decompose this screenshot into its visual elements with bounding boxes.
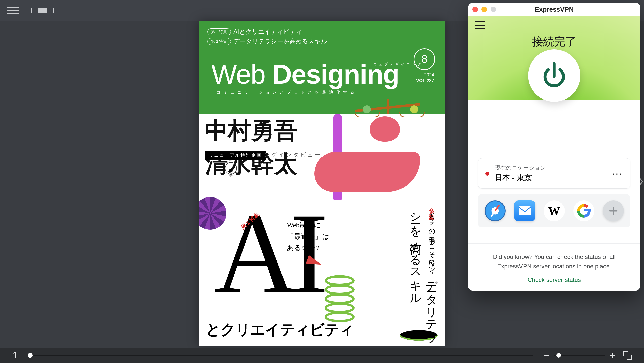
best-answer-l2: 「最適解」は	[287, 231, 329, 242]
vpn-tip: Did you know? You can check the status o…	[468, 243, 640, 291]
shortcut-wikipedia[interactable]: W	[544, 200, 565, 221]
masthead-subtitle: コミュニケーションとプロセスを最適化する	[216, 90, 357, 95]
feature2-vertical: 第２特集 Webの現場でこそ役に立つ データリテラシーを 高めるスキル	[407, 205, 440, 346]
issue-meta: 2024 VOL.227	[416, 72, 434, 84]
feature1-line: 第１特集 AIとクリエイティビティ	[207, 28, 302, 36]
feature2-sub-vertical: Webの現場でこそ役に立つ	[428, 213, 435, 270]
page-layout-toggle[interactable]	[31, 8, 54, 13]
reader-bottombar: 1 − +	[0, 348, 644, 363]
spring-illustration	[325, 275, 355, 341]
location-label: 現在のロケーション	[495, 164, 546, 172]
vpn-status: 接続完了	[468, 34, 640, 49]
location-value: 日本 - 東京	[495, 173, 546, 183]
feature2-tag: 第２特集	[207, 38, 231, 45]
tip-text: Did you know? You can check the status o…	[478, 252, 630, 271]
svg-rect-0	[519, 206, 531, 215]
current-page-number: 1	[8, 350, 23, 361]
plus-icon	[608, 205, 619, 216]
issue-volume: VOL.227	[416, 78, 434, 84]
interviewer-label: 聞き手	[225, 162, 237, 174]
best-answer-l3: あるのか?	[287, 242, 329, 254]
zoom-in-button[interactable]: +	[610, 350, 615, 361]
feature2-line: 第２特集 データリテラシーを高めるスキル	[207, 37, 327, 45]
masthead-designing: Designing	[272, 59, 399, 89]
zoom-slider-thumb[interactable]	[556, 353, 561, 358]
shortcut-google[interactable]	[573, 200, 594, 221]
window-titlebar[interactable]: ExpressVPN	[468, 3, 640, 16]
expressvpn-window: ExpressVPN 接続完了 現在のロケーション 日本 - 東京 ··· W	[468, 3, 640, 291]
issue-number: 8	[414, 48, 435, 70]
google-icon	[576, 203, 592, 219]
zoom-slider[interactable]	[554, 355, 605, 356]
vpn-power-button[interactable]	[528, 49, 580, 102]
best-answer-l1: Web制作に	[287, 220, 329, 231]
location-more-button[interactable]: ···	[612, 168, 623, 179]
zoom-out-button[interactable]: −	[543, 350, 549, 361]
page-slider[interactable]	[30, 355, 533, 356]
shortcut-add-button[interactable]	[603, 200, 624, 221]
mail-icon	[518, 206, 531, 216]
magazine-cover: 第１特集 AIとクリエイティビティ 第２特集 データリテラシーを高めるスキル ウ…	[199, 21, 445, 346]
vpn-menu-button[interactable]	[475, 21, 485, 29]
power-icon	[542, 62, 566, 89]
feature1-text: AIとクリエイティビティ	[233, 28, 302, 36]
best-answer-copy: Web制作に 「最適解」は あるのか?	[287, 220, 329, 253]
vpn-location-card[interactable]: 現在のロケーション 日本 - 東京 ···	[478, 158, 630, 189]
window-title: ExpressVPN	[468, 6, 640, 13]
interview-names: 中村勇吾 清水幹太	[205, 118, 297, 177]
feature2-tag-vertical: 第２特集	[429, 205, 435, 210]
shortcut-mail[interactable]	[514, 200, 535, 221]
feature2-main-b: 高めるスキル	[409, 234, 422, 299]
feature2-text: データリテラシーを高めるスキル	[233, 37, 327, 45]
vpn-shortcuts: W	[478, 194, 630, 227]
feature1-tag: 第１特集	[207, 28, 231, 35]
cover-body: 中村勇吾 清水幹太 リニューアル特別企画 ロングインタビュー 聞き手 AI 第１…	[199, 114, 445, 346]
cover-header: 第１特集 AIとクリエイティビティ 第２特集 データリテラシーを高めるスキル ウ…	[199, 21, 445, 114]
zoom-controls: − +	[543, 350, 616, 361]
masthead-web: Web	[211, 59, 272, 89]
issue-year: 2024	[416, 72, 434, 78]
page-slider-thumb[interactable]	[28, 353, 33, 358]
masthead: Web Designing	[211, 58, 399, 90]
fullscreen-button[interactable]	[623, 351, 632, 360]
shortcut-safari[interactable]	[485, 200, 506, 221]
menu-button[interactable]	[7, 4, 19, 16]
check-server-status-link[interactable]: Check server status	[478, 276, 630, 283]
name-nakamura: 中村勇吾	[205, 118, 297, 143]
location-flag-dot	[485, 172, 489, 176]
